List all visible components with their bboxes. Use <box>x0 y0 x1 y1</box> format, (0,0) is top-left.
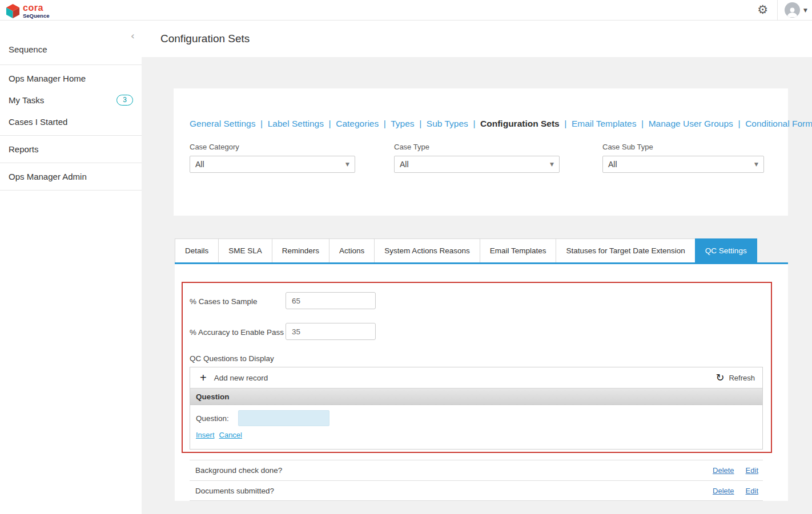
sidebar-item-label: Cases I Started <box>9 117 67 127</box>
row-actions: Delete Edit <box>713 487 758 495</box>
nav-link-general-settings[interactable]: General Settings <box>190 119 268 128</box>
highlight-red-box: % Cases to Sample % Accuracy to Enable P… <box>182 282 772 453</box>
qc-settings-panel: % Cases to Sample % Accuracy to Enable P… <box>175 264 788 501</box>
add-new-record-button[interactable]: + Add new record <box>200 372 268 383</box>
accuracy-to-enable-pass-input[interactable] <box>286 323 376 340</box>
delete-link[interactable]: Delete <box>713 487 734 495</box>
settings-nav-links: General SettingsLabel SettingsCategories… <box>190 117 772 130</box>
sidebar: ‹ Sequence Ops Manager Home My Tasks 3 C… <box>0 21 142 514</box>
nav-link-email-templates[interactable]: Email Templates <box>572 119 649 128</box>
topbar: cora SeQuence ⚙ ▼ <box>0 0 812 21</box>
cases-to-sample-input[interactable] <box>286 292 376 309</box>
grid-column-header: Question <box>190 388 762 405</box>
row-actions: Delete Edit <box>713 466 758 475</box>
page-title: Configuration Sets <box>160 33 250 45</box>
tab-email-templates[interactable]: Email Templates <box>480 238 557 262</box>
sidebar-item-label: Reports <box>9 144 39 154</box>
refresh-button[interactable]: ↻ Refresh <box>715 373 755 383</box>
settings-card: General SettingsLabel SettingsCategories… <box>174 88 788 216</box>
brand-name: cora <box>23 3 49 13</box>
page-header: Configuration Sets <box>142 21 812 57</box>
qc-questions-section-label: QC Questions to Display <box>190 354 274 363</box>
sidebar-item-label: Ops Manager Admin <box>9 172 87 181</box>
grid-toolbar: + Add new record ↻ Refresh <box>190 367 762 388</box>
chevron-down-icon: ▼ <box>550 161 554 167</box>
refresh-label: Refresh <box>729 374 755 382</box>
nav-link-conditional-formatting[interactable]: Conditional Formatting <box>745 119 812 128</box>
sidebar-item-my-tasks[interactable]: My Tasks 3 <box>0 89 142 111</box>
main-area: Configuration Sets General SettingsLabel… <box>142 21 812 514</box>
chevron-down-icon: ▼ <box>345 161 349 167</box>
sidebar-item-reports[interactable]: Reports <box>0 139 142 160</box>
settings-gear-icon[interactable]: ⚙ <box>757 4 768 16</box>
qc-question-rows: Background check done? Delete Edit Docum… <box>190 460 763 501</box>
filter-case-sub-type: Case Sub Type All ▼ <box>602 143 764 173</box>
topbar-right: ⚙ ▼ <box>757 0 812 20</box>
nav-link-sub-types[interactable]: Sub Types <box>427 119 480 128</box>
sidebar-group-reports: Reports <box>0 136 142 163</box>
plus-icon: + <box>200 372 207 383</box>
table-row: Background check done? Delete Edit <box>190 460 763 480</box>
tab-reminders[interactable]: Reminders <box>272 238 329 262</box>
tab-details[interactable]: Details <box>175 238 219 262</box>
insert-link[interactable]: Insert <box>196 431 215 439</box>
cora-logo-icon <box>6 3 20 19</box>
brand-logo[interactable]: cora SeQuence <box>0 2 49 19</box>
tab-strip: Details SME SLA Reminders Actions System… <box>175 238 788 262</box>
case-sub-type-select[interactable]: All ▼ <box>602 156 764 173</box>
my-tasks-count-badge: 3 <box>116 95 133 106</box>
sidebar-item-label: My Tasks <box>9 95 44 105</box>
case-type-select[interactable]: All ▼ <box>394 156 560 173</box>
tab-sme-sla[interactable]: SME SLA <box>218 238 272 262</box>
brand-text: cora SeQuence <box>23 3 49 19</box>
filter-label: Case Type <box>394 143 560 151</box>
tab-statuses-for-target-date-extension[interactable]: Statuses for Target Date Extension <box>556 238 695 262</box>
selected-value: All <box>195 160 204 169</box>
question-text: Background check done? <box>195 466 282 475</box>
sidebar-title: Sequence <box>0 21 142 65</box>
tab-system-actions-reasons[interactable]: System Actions Reasons <box>374 238 480 262</box>
case-category-select[interactable]: All ▼ <box>190 156 355 173</box>
question-column-header: Question <box>196 392 230 401</box>
refresh-icon: ↻ <box>715 373 724 383</box>
sidebar-item-ops-manager-home[interactable]: Ops Manager Home <box>0 68 142 89</box>
content-area: General SettingsLabel SettingsCategories… <box>142 57 812 514</box>
tab-qc-settings[interactable]: QC Settings <box>695 238 757 262</box>
topbar-divider <box>777 0 778 21</box>
sidebar-collapse-icon[interactable]: ‹ <box>131 31 135 41</box>
edit-link[interactable]: Edit <box>746 466 758 475</box>
edit-link[interactable]: Edit <box>746 487 758 495</box>
question-field-label: Question: <box>196 414 229 423</box>
question-input[interactable] <box>238 410 329 426</box>
nav-link-manage-user-groups[interactable]: Manage User Groups <box>649 119 745 128</box>
filter-label: Case Category <box>190 143 355 151</box>
nav-link-categories[interactable]: Categories <box>336 119 391 128</box>
selected-value: All <box>400 160 409 169</box>
selected-value: All <box>608 160 617 169</box>
grid-edit-actions: Insert Cancel <box>190 430 762 440</box>
cases-to-sample-label: % Cases to Sample <box>190 297 258 306</box>
user-avatar[interactable] <box>785 2 800 18</box>
grid-edit-row: Question: <box>190 405 762 430</box>
tabs-area: Details SME SLA Reminders Actions System… <box>175 238 788 264</box>
cancel-link[interactable]: Cancel <box>219 431 242 439</box>
nav-link-label-settings[interactable]: Label Settings <box>268 119 336 128</box>
tab-actions[interactable]: Actions <box>329 238 375 262</box>
qc-questions-grid: + Add new record ↻ Refresh Question Ques… <box>190 367 763 450</box>
nav-link-configuration-sets[interactable]: Configuration Sets <box>480 119 572 128</box>
sidebar-group-main: Ops Manager Home My Tasks 3 Cases I Star… <box>0 65 142 136</box>
sidebar-item-label: Ops Manager Home <box>9 74 86 83</box>
sidebar-item-cases-i-started[interactable]: Cases I Started <box>0 111 142 132</box>
nav-link-types[interactable]: Types <box>391 119 427 128</box>
add-new-record-label: Add new record <box>214 374 268 382</box>
accuracy-to-enable-pass-label: % Accuracy to Enable Pass <box>190 328 284 337</box>
sidebar-item-ops-manager-admin[interactable]: Ops Manager Admin <box>0 166 142 187</box>
chevron-down-icon: ▼ <box>754 161 758 167</box>
user-menu-caret-icon[interactable]: ▼ <box>803 7 807 13</box>
filter-case-type: Case Type All ▼ <box>394 143 560 173</box>
delete-link[interactable]: Delete <box>713 466 734 475</box>
filter-label: Case Sub Type <box>602 143 764 151</box>
sidebar-group-admin: Ops Manager Admin <box>0 163 142 191</box>
brand-subname: SeQuence <box>23 13 49 19</box>
case-filters: Case Category All ▼ Case Type All ▼ Case… <box>190 143 772 183</box>
